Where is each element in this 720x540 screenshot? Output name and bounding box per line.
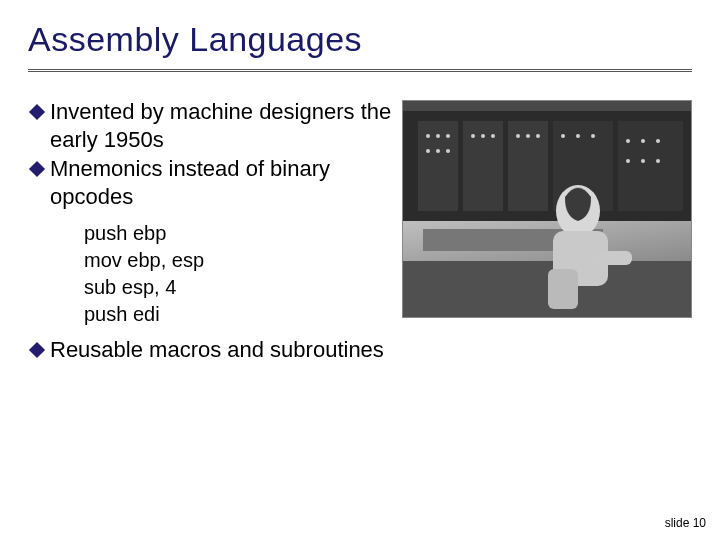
svg-point-27 [656,139,660,143]
svg-point-20 [526,134,530,138]
svg-rect-33 [403,261,692,318]
svg-marker-1 [29,161,45,177]
svg-point-15 [446,149,450,153]
bullet-text: Mnemonics instead of binary opcodes [50,155,350,210]
diamond-bullet-icon [28,160,46,178]
historical-computer-photo [402,100,692,318]
svg-point-30 [656,159,660,163]
bullet-text: Reusable macros and subroutines [50,336,384,364]
bullet-item: Reusable macros and subroutines [28,336,692,364]
svg-point-17 [481,134,485,138]
svg-point-24 [591,134,595,138]
svg-point-26 [641,139,645,143]
svg-point-14 [436,149,440,153]
svg-point-21 [536,134,540,138]
svg-marker-2 [29,342,45,358]
svg-point-23 [576,134,580,138]
title-underline [28,69,692,72]
svg-rect-38 [598,251,632,265]
diamond-bullet-icon [28,341,46,359]
svg-point-13 [426,149,430,153]
svg-point-10 [426,134,430,138]
slide-container: Assembly Languages Invented by machine d… [0,0,720,540]
svg-point-25 [626,139,630,143]
svg-point-28 [626,159,630,163]
svg-point-18 [491,134,495,138]
slide-number: slide 10 [665,516,706,530]
svg-point-22 [561,134,565,138]
svg-point-16 [471,134,475,138]
diamond-bullet-icon [28,103,46,121]
svg-rect-37 [548,269,578,309]
slide-body: Invented by machine designers the early … [28,98,692,364]
svg-point-12 [446,134,450,138]
svg-point-29 [641,159,645,163]
svg-marker-0 [29,104,45,120]
bullet-text: Invented by machine designers the early … [50,98,400,153]
svg-point-19 [516,134,520,138]
svg-point-11 [436,134,440,138]
slide-title: Assembly Languages [28,20,692,59]
svg-rect-9 [618,121,683,211]
